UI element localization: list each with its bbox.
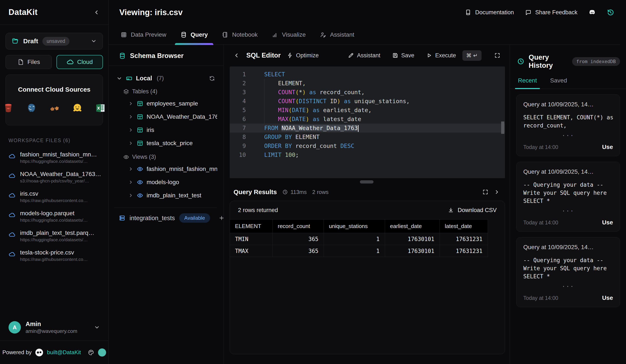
integration-tests-row[interactable]: integration_tests Available xyxy=(114,208,217,223)
documentation-button[interactable]: Documentation xyxy=(465,9,514,16)
table-row[interactable]: TMAX36511763010117631231 xyxy=(230,245,488,257)
assistant-button[interactable]: Assistant xyxy=(348,52,380,59)
editor-scrollbar-thumb[interactable] xyxy=(501,121,504,134)
schema-view-item[interactable]: imdb_plain_text_test xyxy=(114,189,217,202)
fullscreen-icon[interactable] xyxy=(494,52,500,58)
postgresql-icon[interactable] xyxy=(25,102,37,114)
token: DESC xyxy=(337,143,354,149)
execute-button[interactable]: Execute xyxy=(426,52,456,59)
history-card-list: Query at 10/09/2025, 14…SELECT ELEMENT, … xyxy=(516,89,620,364)
tab-data-preview[interactable]: Data Preview xyxy=(120,31,166,44)
history-icon[interactable] xyxy=(607,9,614,16)
table-name: iris xyxy=(147,126,154,133)
schema-table-item[interactable]: iris xyxy=(114,123,217,137)
history-card-ellipsis: ... xyxy=(523,131,613,137)
results-collapse-icon[interactable] xyxy=(494,189,500,195)
avatar: A xyxy=(8,321,21,333)
code-text: COUNT(DISTINCT ID) as unique_stations, xyxy=(253,97,410,106)
workspace-file[interactable]: models-logo.parquethttps://huggingface.c… xyxy=(5,206,103,226)
tab-notebook[interactable]: Notebook xyxy=(222,31,258,44)
save-button[interactable]: Save xyxy=(392,52,414,59)
tab-recent[interactable]: Recent xyxy=(518,77,537,89)
token: SELECT xyxy=(264,71,285,78)
history-card-ellipsis: ... xyxy=(523,282,613,288)
save-icon xyxy=(392,52,398,58)
column-header[interactable]: earliest_date xyxy=(385,219,439,233)
workspace-file[interactable]: tesla-stock-price.csvhttps://raw.githubu… xyxy=(5,246,103,265)
duckdb-icon[interactable] xyxy=(48,102,60,114)
cell-value: 17631231 xyxy=(439,245,488,257)
schema-local-label: Local xyxy=(136,75,152,82)
line-number: 8 xyxy=(230,133,253,142)
column-header[interactable]: latest_date xyxy=(439,219,488,233)
results-fullscreen-icon[interactable] xyxy=(482,189,488,195)
collapse-sidebar-icon[interactable] xyxy=(94,9,100,16)
use-button[interactable]: Use xyxy=(602,219,613,226)
schema-view-item[interactable]: models-logo xyxy=(114,176,217,189)
tab-visualize[interactable]: Visualize xyxy=(272,31,306,44)
use-button[interactable]: Use xyxy=(602,294,613,301)
book-icon xyxy=(465,9,471,16)
clock-icon xyxy=(517,58,524,65)
workspace-file[interactable]: imdb_plain_text_test.parq…https://huggin… xyxy=(5,226,103,246)
download-icon xyxy=(448,207,454,213)
history-card[interactable]: Query at 10/09/2025, 14…SELECT ELEMENT, … xyxy=(516,94,620,156)
workspace-file[interactable]: iris.csvhttps://raw.githubusercontent.co… xyxy=(5,187,103,206)
built-datakit-link[interactable]: built@DataKit xyxy=(47,349,81,356)
palette-icon[interactable] xyxy=(88,349,94,356)
files-toggle-button[interactable]: Files xyxy=(5,55,52,69)
workspace-file[interactable]: fashion_mnist_fashion_mn…https://hugging… xyxy=(5,148,103,167)
discord-icon[interactable] xyxy=(588,9,596,16)
column-header[interactable]: ELEMENT xyxy=(230,219,273,233)
tab-assistant[interactable]: Assistant xyxy=(320,31,354,44)
tab-query[interactable]: Query xyxy=(180,31,208,44)
tables-group-label: Tables (4) xyxy=(114,84,217,97)
code-text: MAX(DATE) as latest_date xyxy=(253,115,361,123)
line-number: 3 xyxy=(230,88,253,97)
history-card[interactable]: Query at 10/09/2025, 14…-- Querying your… xyxy=(516,237,620,307)
tab-saved[interactable]: Saved xyxy=(550,77,567,89)
refresh-icon[interactable] xyxy=(209,76,215,81)
history-card[interactable]: Query at 10/09/2025, 14…-- Querying your… xyxy=(516,162,620,232)
views-list: fashion_mnist_fashion_mnismodels-logoimd… xyxy=(114,162,217,202)
project-selector[interactable]: Draft unsaved xyxy=(5,33,103,49)
token: 100 xyxy=(281,152,295,158)
workspace-file[interactable]: NOAA_Weather_Data_1763…s3://noaa-ghcn-pd… xyxy=(5,167,103,187)
excel-icon[interactable]: X xyxy=(94,102,106,114)
view-name: fashion_mnist_fashion_mnis xyxy=(147,165,217,172)
tab-label: Data Preview xyxy=(131,31,166,38)
download-csv-button[interactable]: Download CSV xyxy=(448,207,497,213)
column-header[interactable]: unique_stations xyxy=(324,219,385,233)
view-icon xyxy=(137,166,143,172)
schema-table-item[interactable]: employees_sample xyxy=(114,97,217,110)
editor-column: SQL Editor Optimize Assistant Save xyxy=(224,45,510,364)
history-card-title: Query at 10/09/2025, 14… xyxy=(523,101,613,108)
column-header[interactable]: record_count xyxy=(273,219,324,233)
token xyxy=(264,116,278,122)
main-area: Viewing: iris.csv Documentation Share Fe… xyxy=(109,0,626,364)
panel-resize-handle[interactable] xyxy=(360,180,374,184)
schema-table-item[interactable]: NOAA_Weather_Data_1763 xyxy=(114,110,217,123)
theme-color-button[interactable] xyxy=(98,348,106,357)
schema-view-item[interactable]: fashion_mnist_fashion_mnis xyxy=(114,162,217,176)
lightning-icon xyxy=(287,52,293,58)
share-feedback-button[interactable]: Share Feedback xyxy=(525,9,577,16)
schema-browser-title: Schema Browser xyxy=(130,52,184,60)
workspace-files-label: WORKSPACE FILES (6) xyxy=(8,138,109,143)
sql-code-editor[interactable]: 1SELECT2 ELEMENT,3 COUNT(*) as record_co… xyxy=(230,67,505,178)
table-row[interactable]: TMIN36511763010117631231 xyxy=(230,233,488,245)
history-tabs: Recent Saved xyxy=(510,70,626,89)
use-button[interactable]: Use xyxy=(602,144,613,151)
s3-icon[interactable] xyxy=(2,102,14,114)
line-number: 9 xyxy=(230,142,253,151)
schema-table-item[interactable]: tesla_stock_price xyxy=(114,137,217,150)
cloud-toggle-button[interactable]: Cloud xyxy=(56,55,103,69)
schema-local-row[interactable]: Local (7) xyxy=(114,72,217,84)
user-menu[interactable]: A Amin amin@wavequery.com xyxy=(0,315,109,341)
editor-back-icon[interactable] xyxy=(234,52,240,59)
huggingface-icon[interactable] xyxy=(71,102,83,114)
file-url: https://raw.githubusercontent.co… xyxy=(20,257,88,262)
view-icon xyxy=(137,192,143,199)
optimize-button[interactable]: Optimize xyxy=(287,52,319,59)
file-name: iris.csv xyxy=(20,190,88,197)
